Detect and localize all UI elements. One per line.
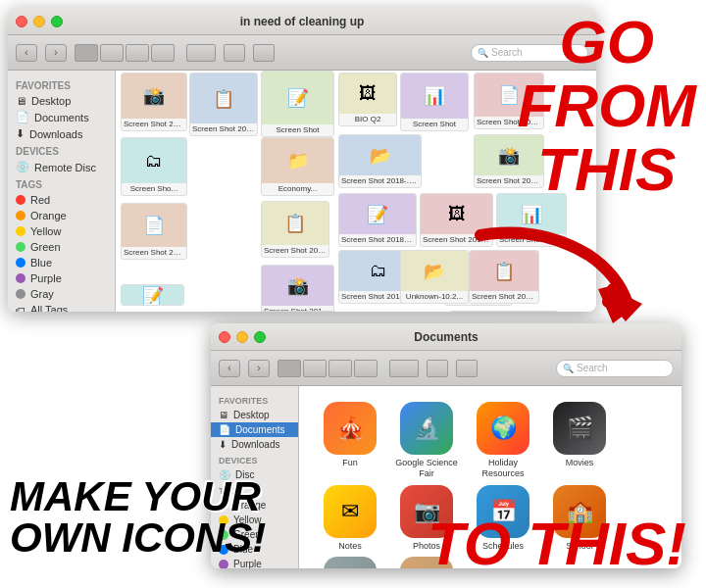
back-button-top[interactable]: ‹	[16, 44, 37, 62]
tag-dot-blue	[16, 258, 25, 268]
red-arrow	[461, 216, 657, 333]
sidebar-downloads-b[interactable]: ⬇ Downloads	[211, 437, 298, 452]
search-box-bottom[interactable]: 🔍 Search	[556, 360, 674, 377]
sidebar-remote-label: Remote Disc	[34, 162, 96, 173]
desktop-icon-b: 🖥	[219, 410, 228, 420]
to-this-label: TO THIS!	[428, 510, 686, 577]
from-text: FROM	[517, 74, 696, 137]
forward-button-bottom[interactable]: ›	[248, 360, 270, 377]
sidebar-tag-purple[interactable]: Purple	[8, 270, 115, 286]
col-view-btn-b[interactable]	[328, 360, 352, 377]
forward-button-top[interactable]: ›	[45, 44, 67, 62]
all-tags-icon: 🏷	[16, 305, 25, 313]
file-thumb[interactable]: 📸 Screen Shot 2018-0...11	[121, 73, 187, 131]
sidebar-tag-gray[interactable]: Gray	[8, 286, 115, 302]
sidebar-documents-label: Documents	[34, 112, 89, 123]
icon-item[interactable]: 🔬 Google Science Fair	[391, 402, 462, 479]
sidebar-tag-green[interactable]: Green	[8, 239, 115, 255]
zoom-button-top[interactable]	[51, 16, 63, 27]
file-thumb[interactable]: 📂 Unknown-10.2...	[400, 250, 469, 304]
icon-item[interactable]: ✉ Notes	[315, 485, 385, 552]
go-text: GO	[517, 10, 696, 74]
sidebar-downloads-label: Downloads	[29, 128, 82, 140]
list-view-btn[interactable]	[100, 44, 124, 62]
make-line2: OWN ICONS!	[10, 517, 266, 559]
view-buttons-top	[75, 44, 175, 62]
tag-dot-yellow	[16, 226, 25, 236]
delete-btn-b[interactable]	[456, 360, 478, 377]
file-thumb[interactable]: 📄 Screen Shot 2018-...40.47	[121, 203, 187, 260]
action-btn[interactable]	[186, 44, 216, 62]
downloads-icon-b: ⬇	[219, 439, 227, 450]
file-thumb[interactable]: 📋 Screen Shot 2018-0...33	[189, 73, 258, 136]
column-view-btn[interactable]	[126, 44, 149, 62]
favorites-label-b: Favorites	[211, 392, 298, 408]
icon-item[interactable]: ⚙ Settings	[315, 557, 385, 568]
file-thumb[interactable]: 🗂 Screen Sho...	[121, 137, 187, 196]
tag-dot-orange	[16, 211, 25, 220]
icon-view-btn-b[interactable]	[277, 360, 301, 377]
tag-label-blue: Blue	[30, 257, 52, 269]
file-thumb[interactable]: 🖼 BIO Q2	[338, 73, 397, 126]
file-thumb[interactable]: 📋 Screen Shot 2018-...29.	[261, 201, 329, 258]
search-icon-bottom: 🔍	[563, 364, 574, 373]
tag-label-green: Green	[30, 241, 61, 253]
devices-label: Devices	[8, 142, 115, 159]
make-icons-text: MAKE YOUR OWN ICONS!	[10, 476, 266, 559]
tag-label-orange: Orange	[30, 210, 67, 221]
titlebar-top: in need of cleaning up	[8, 8, 596, 35]
downloads-icon: ⬇	[16, 127, 25, 140]
toolbar-bottom: ‹ › 🔍 Search	[211, 351, 681, 386]
icon-item[interactable]: 🌍 Holiday Resources	[468, 402, 538, 479]
sidebar-tag-yellow[interactable]: Yellow	[8, 223, 115, 239]
sidebar-remote-disc[interactable]: 💿 Remote Disc	[8, 159, 115, 175]
tag-label-yellow: Yellow	[30, 225, 61, 237]
to-this-text: TO THIS!	[428, 509, 686, 578]
tag-dot-green	[16, 242, 25, 252]
sidebar-all-tags[interactable]: 🏷 All Tags...	[8, 302, 115, 312]
file-thumb[interactable]: 📝 Screen Shot	[261, 71, 334, 137]
zoom-button-bottom[interactable]	[254, 331, 266, 343]
this-text-top: THIS	[517, 137, 696, 201]
share-btn[interactable]	[224, 44, 245, 62]
close-button-bottom[interactable]	[219, 331, 230, 343]
minimize-button-bottom[interactable]	[236, 331, 248, 343]
file-thumb[interactable]: 📝 Screen Shot 2018-...5.45	[338, 193, 417, 247]
devices-label-b: Devices	[211, 452, 298, 467]
delete-btn[interactable]	[253, 44, 275, 62]
file-thumb[interactable]: 📝 Chem Q	[121, 284, 184, 306]
sidebar-documents-b[interactable]: 📄 Documents	[211, 422, 298, 437]
search-icon-top: 🔍	[478, 48, 488, 58]
minimize-button-top[interactable]	[33, 16, 45, 27]
file-thumb[interactable]: 🖼 text.docx	[261, 311, 334, 312]
back-button-bottom[interactable]: ‹	[219, 360, 240, 377]
sidebar-tag-orange[interactable]: Orange	[8, 208, 115, 223]
sidebar-documents[interactable]: 📄 Documents	[8, 109, 115, 125]
sidebar-desktop[interactable]: 🖥 Desktop	[8, 93, 115, 109]
icon-item[interactable]: 🎪 Fun	[315, 402, 385, 479]
list-view-btn-b[interactable]	[303, 360, 327, 377]
file-thumb[interactable]: 📂 Screen Shot 2018-...48 AM 19.06	[338, 134, 422, 188]
file-thumb[interactable]: 📸 Screen Shot 2018-...8.55 AM	[261, 265, 334, 312]
all-tags-label: All Tags...	[30, 304, 77, 312]
sidebar-tag-blue[interactable]: Blue	[8, 255, 115, 270]
cover-view-btn-b[interactable]	[354, 360, 378, 377]
desktop-icon: 🖥	[16, 95, 26, 107]
icon-item[interactable]: 🎬 Movies	[544, 402, 615, 479]
tag-label-purple: Purple	[30, 272, 62, 284]
sidebar-tag-red[interactable]: Red	[8, 192, 115, 208]
share-btn-b[interactable]	[427, 360, 448, 377]
sidebar-top: Favorites 🖥 Desktop 📄 Documents ⬇ Downlo…	[8, 71, 116, 312]
tag-dot-gray	[16, 289, 25, 299]
file-thumb[interactable]: 📊 Screen Shot	[400, 73, 469, 131]
tag-label-red: Red	[30, 194, 50, 206]
cover-view-btn[interactable]	[151, 44, 175, 62]
sidebar-downloads[interactable]: ⬇ Downloads	[8, 125, 115, 142]
sidebar-desktop-label: Desktop	[31, 95, 71, 107]
tag-dot-purple	[16, 273, 25, 283]
action-btn-b[interactable]	[389, 360, 419, 377]
sidebar-desktop-b[interactable]: 🖥 Desktop	[211, 408, 298, 422]
close-button-top[interactable]	[16, 16, 27, 27]
icon-view-btn[interactable]	[75, 44, 98, 62]
file-thumb[interactable]: 📁 Economy...	[261, 137, 334, 196]
